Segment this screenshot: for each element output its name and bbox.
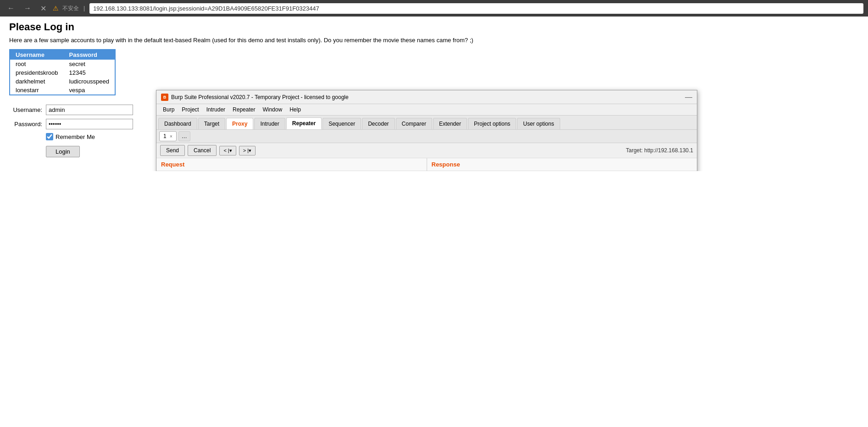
burp-minimize-button[interactable]: — (685, 93, 692, 101)
burp-menubar: Burp Project Intruder Repeater Window He… (156, 104, 697, 116)
tab-sequencer[interactable]: Sequencer (323, 118, 361, 129)
cred-row-3: darkhelmet ludicrousspeed (10, 77, 115, 86)
tab-project-options[interactable]: Project options (468, 118, 516, 129)
burp-title-text: Burp Suite Professional v2020.7 - Tempor… (171, 94, 349, 100)
menu-project[interactable]: Project (178, 105, 202, 114)
tab-intruder[interactable]: Intruder (254, 118, 285, 129)
tab-target[interactable]: Target (198, 118, 225, 129)
insecure-label: 不安全 (62, 5, 79, 12)
remember-me-checkbox[interactable] (46, 133, 53, 140)
burp-toolbar: Send Cancel < |▾ > |▾ Target: http://192… (156, 143, 697, 158)
password-label: Password: (9, 121, 46, 128)
cred-username-1: root (10, 60, 64, 68)
url-separator: | (83, 5, 85, 11)
menu-help[interactable]: Help (286, 105, 305, 114)
back-button[interactable]: ← (5, 2, 17, 14)
tab-repeater[interactable]: Repeater (286, 117, 322, 129)
subtab-1[interactable]: 1 × (159, 131, 177, 141)
password-input[interactable] (46, 119, 133, 129)
response-panel: Response Raw Headers Hex Render 1HTTP/1.… (427, 158, 697, 171)
prev-icon: < |▾ (223, 148, 232, 154)
cred-row-4: lonestarr vespa (10, 86, 115, 95)
target-info: Target: http://192.168.130.1 (626, 147, 693, 154)
request-panel: Request Raw Params Headers Hex 1POST /lo… (156, 158, 427, 171)
credentials-table: Username Password root secret presidents… (9, 49, 116, 95)
burp-panels: Request Raw Params Headers Hex 1POST /lo… (156, 158, 697, 171)
tab-dashboard[interactable]: Dashboard (158, 118, 197, 129)
browser-toolbar: ← → ✕ ⚠ 不安全 | (0, 0, 868, 17)
username-label: Username: (9, 106, 46, 113)
burp-title: B Burp Suite Professional v2020.7 - Temp… (161, 94, 349, 101)
burp-main-tabs: Dashboard Target Proxy Intruder Repeater… (156, 116, 697, 130)
login-button[interactable]: Login (46, 146, 80, 157)
stop-button[interactable]: ✕ (38, 2, 49, 15)
cred-row-1: root secret (10, 60, 115, 68)
remember-me-label: Remember Me (56, 133, 95, 140)
burp-logo-icon: B (161, 94, 168, 101)
tab-comparer[interactable]: Comparer (396, 118, 432, 129)
forward-button[interactable]: → (21, 2, 34, 14)
subtab-add[interactable]: … (178, 131, 190, 141)
prev-button[interactable]: < |▾ (219, 146, 236, 155)
cred-username-3: darkhelmet (10, 77, 64, 86)
username-input[interactable] (46, 105, 133, 115)
send-button[interactable]: Send (160, 145, 185, 156)
cred-password-2: 12345 (64, 68, 115, 77)
page-description: Here are a few sample accounts to play w… (9, 37, 859, 44)
next-icon: > |▾ (243, 148, 251, 154)
cred-password-1: secret (64, 60, 115, 68)
tab-proxy[interactable]: Proxy (226, 118, 253, 129)
tab-decoder[interactable]: Decoder (362, 118, 395, 129)
menu-window[interactable]: Window (259, 105, 286, 114)
col-password: Password (64, 50, 115, 60)
cred-username-2: presidentskroob (10, 68, 64, 77)
cred-row-2: presidentskroob 12345 (10, 68, 115, 77)
col-username: Username (10, 50, 64, 60)
tab-user-options[interactable]: User options (517, 118, 560, 129)
menu-burp[interactable]: Burp (159, 105, 178, 114)
cancel-button[interactable]: Cancel (188, 145, 217, 156)
response-header: Response (427, 158, 697, 171)
request-header: Request (156, 158, 427, 171)
next-button[interactable]: > |▾ (239, 146, 256, 155)
page-title: Please Log in (9, 21, 859, 33)
menu-intruder[interactable]: Intruder (203, 105, 229, 114)
address-bar[interactable] (89, 3, 863, 14)
menu-repeater[interactable]: Repeater (229, 105, 259, 114)
tab-extender[interactable]: Extender (433, 118, 467, 129)
security-warning-icon: ⚠ (53, 5, 59, 12)
cred-password-4: vespa (64, 86, 115, 95)
subtab-close-icon[interactable]: × (170, 134, 172, 139)
cred-username-4: lonestarr (10, 86, 64, 95)
burp-subtabs: 1 × … (156, 130, 697, 143)
burp-titlebar: B Burp Suite Professional v2020.7 - Temp… (156, 90, 697, 104)
cred-password-3: ludicrousspeed (64, 77, 115, 86)
burp-suite-window: B Burp Suite Professional v2020.7 - Temp… (156, 90, 697, 171)
